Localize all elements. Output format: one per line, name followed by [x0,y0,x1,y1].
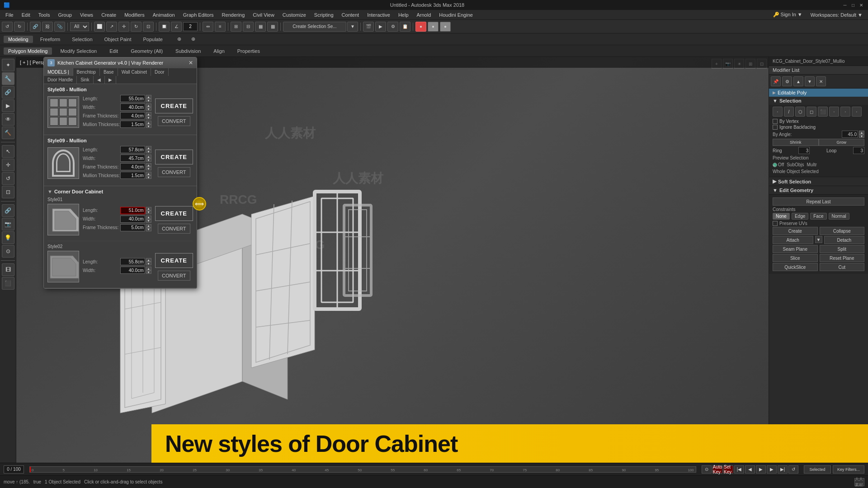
sidebar-light-btn[interactable]: 💡 [2,231,14,244]
sidebar-create-btn[interactable]: ✦ [2,59,14,71]
sidebar-camera-btn[interactable]: 📷 [2,218,14,230]
preserve-uvs-checkbox[interactable] [773,221,778,226]
sidebar-motion-btn[interactable]: ▶ [2,99,14,112]
sidebar-utility-btn[interactable]: 🔨 [2,127,14,139]
mullion-up-08[interactable]: ▲ [146,121,151,124]
cut-btn[interactable]: Cut [820,263,865,271]
width-dn-c02[interactable]: ▼ [146,270,151,274]
menu-rendering[interactable]: Rendering [218,11,249,19]
menu-views[interactable]: Views [76,11,97,19]
seam-plane-btn[interactable]: Seam Plane [773,245,818,253]
angle-snap-btn[interactable]: ∠ [171,22,182,32]
grid2-btn[interactable]: ⊟ [243,22,254,32]
modeling-tab[interactable]: Modeling [4,36,33,43]
menu-houdini[interactable]: Houdini Engine [435,11,476,19]
menu-content[interactable]: Content [338,11,363,19]
close-btn[interactable]: ✕ [858,2,864,8]
create-selection-btn[interactable]: Create Selection Se... [283,22,346,32]
grid-btn[interactable]: ⊞ [231,22,241,32]
width-input-08[interactable] [120,103,145,111]
sidebar-render-btn[interactable]: ⬛ [2,277,14,290]
dialog-tab-nav-left[interactable]: ◀ [94,76,105,84]
scale-btn[interactable]: ⊡ [143,22,154,32]
constraint-none-btn[interactable]: None [773,213,790,220]
constraint-normal-btn[interactable]: Normal [829,213,849,220]
minimize-btn[interactable]: ─ [842,2,848,8]
tool2-btn[interactable]: ● [428,22,439,32]
undo-btn[interactable]: ↺ [2,22,13,32]
menu-graph-editors[interactable]: Graph Editors [179,11,217,19]
render-history-btn[interactable]: 📋 [400,22,410,32]
width-up-09[interactable]: ▲ [146,155,151,158]
length-up-c01[interactable]: ▲ [146,207,151,211]
dialog-tab-base[interactable]: Base [100,68,118,76]
sidebar-modify-btn[interactable]: 🔧 [2,72,14,85]
width-input-c01[interactable] [120,216,145,223]
modifier-entry[interactable]: ▶ Editable Poly [769,89,868,97]
length-input-c02[interactable] [120,258,145,265]
menu-civil-view[interactable]: Civil View [249,11,278,19]
reset-plane-btn[interactable]: Reset Plane [820,254,865,262]
edge-mode-btn[interactable]: / [784,107,794,117]
frame-dn-c01[interactable]: ▼ [146,228,151,231]
create-btn-c02[interactable]: CREATE [155,253,193,268]
frame-up-c01[interactable]: ▲ [146,224,151,228]
frame-input[interactable] [4,465,24,474]
sidebar-move-btn[interactable]: ✛ [2,159,14,171]
length-up-08[interactable]: ▲ [146,95,151,99]
set-key-btn[interactable]: Set Key [723,465,733,474]
by-vertex-checkbox[interactable] [773,119,778,124]
angle-dn[interactable]: ▼ [859,134,864,138]
frame-input-08[interactable] [120,112,145,119]
create-geo-btn[interactable]: Create [773,227,818,235]
menu-animation[interactable]: Animation [149,11,179,19]
mullion-dn-09[interactable]: ▼ [146,175,151,179]
edit-geometry-header[interactable]: ▼ Edit Geometry [769,186,868,195]
sidebar-select-btn[interactable]: ↖ [2,145,14,158]
prev-frame-btn[interactable]: ◀ [745,465,755,474]
sidebar-display-btn[interactable]: 👁 [2,113,14,126]
r-move-up-btn[interactable]: ▲ [793,76,803,86]
align-btn[interactable]: ≡ [215,22,226,32]
frame-dn-08[interactable]: ▼ [146,116,151,119]
rotate-btn[interactable]: ↻ [131,22,142,32]
width-up-c02[interactable]: ▲ [146,267,151,270]
sidebar-scale-btn[interactable]: ⊡ [2,186,14,198]
preview-off-radio[interactable]: ▪ Off [773,162,784,167]
toggle-icon2[interactable]: ⊕ [187,35,200,43]
r-config-btn[interactable]: ⚙ [782,76,792,86]
selected-status-btn[interactable]: Selected [804,465,831,474]
auto-key-btn[interactable]: Auto Key [712,465,722,474]
grid4-btn[interactable]: ▩ [267,22,278,32]
maximize-btn[interactable]: □ [850,2,856,8]
bind-btn[interactable]: 📎 [54,22,65,32]
width-input-c02[interactable] [120,267,145,274]
repeat-last-btn[interactable]: Repeat Last [773,197,864,206]
menu-help[interactable]: Help [395,11,412,19]
snap-btn[interactable]: 🔲 [159,22,170,32]
sign-in-btn[interactable]: 🔑 Sign In ▼ [769,11,806,19]
dialog-tab-wall[interactable]: Wall Cabinet [118,68,151,76]
shrink-btn[interactable]: Shrink [773,139,819,146]
selection-tab[interactable]: Selection [67,36,97,43]
r-move-dn-btn[interactable]: ▼ [805,76,815,86]
polygon-mode-btn[interactable]: ◻ [807,107,816,117]
sidebar-rotate-btn[interactable]: ↺ [2,172,14,185]
convert-btn-08[interactable]: CONVERT [158,116,190,126]
edit-tab[interactable]: Edit [105,47,123,55]
menu-file[interactable]: File [2,11,17,19]
dialog-tab-benchtop[interactable]: Benchtop [73,68,100,76]
width-dn-09[interactable]: ▼ [146,158,151,162]
menu-modifiers[interactable]: Modifiers [121,11,148,19]
toggle-icon[interactable]: ⊕ [173,35,186,43]
redo-btn[interactable]: ↻ [14,22,25,32]
dialog-tab-handle[interactable]: Door Handle [44,76,77,84]
render-frame-btn[interactable]: 🎬 [363,22,374,32]
play-start-btn[interactable]: |◀ [734,465,744,474]
mirror-btn[interactable]: ⇔ [203,22,213,32]
collapse-btn[interactable]: Collapse [820,227,865,235]
loop-input[interactable] [853,147,864,154]
dialog-tab-sink[interactable]: Sink [77,76,93,84]
sidebar-anim-btn[interactable]: 🎞 [2,263,14,276]
slice-btn[interactable]: Slice [773,254,818,262]
